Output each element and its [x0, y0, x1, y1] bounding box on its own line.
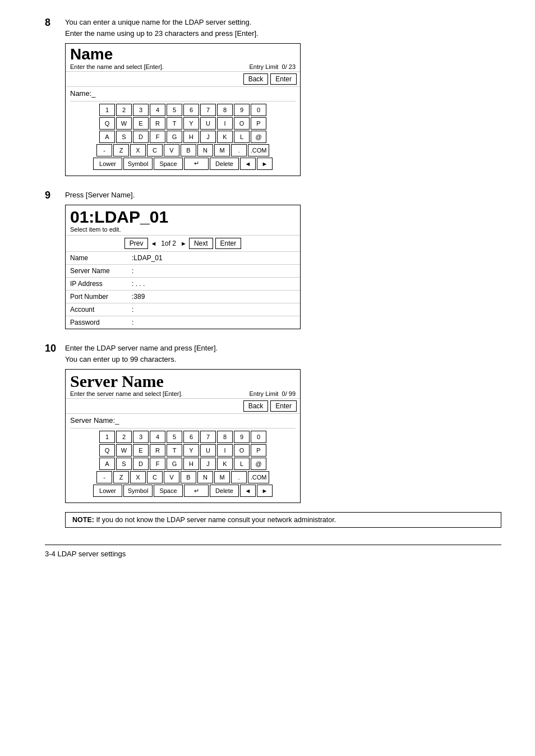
key10-6[interactable]: 6 — [183, 431, 199, 443]
key-dotcom[interactable]: .COM — [248, 144, 269, 156]
key10-space[interactable]: Space — [154, 485, 183, 497]
ldap-next-button[interactable]: Next — [189, 238, 213, 249]
name-panel-back-button[interactable]: Back — [243, 73, 269, 85]
key10-h[interactable]: H — [183, 458, 199, 470]
key10-k[interactable]: K — [217, 458, 233, 470]
key-0[interactable]: 0 — [251, 104, 266, 116]
key-z[interactable]: Z — [113, 144, 129, 156]
key-v[interactable]: V — [164, 144, 179, 156]
key-y[interactable]: Y — [183, 117, 199, 130]
key-b[interactable]: B — [181, 144, 196, 156]
key10-4[interactable]: 4 — [150, 431, 165, 443]
ldap-field-name[interactable]: Name :LDAP_01 — [66, 251, 300, 264]
key10-w[interactable]: W — [116, 444, 132, 457]
key-right[interactable]: ► — [257, 158, 273, 170]
ldap-enter-button[interactable]: Enter — [215, 238, 242, 249]
key10-7[interactable]: 7 — [200, 431, 216, 443]
key10-1[interactable]: 1 — [99, 431, 115, 443]
server-name-enter-button[interactable]: Enter — [270, 400, 297, 412]
key-8[interactable]: 8 — [217, 104, 233, 116]
key-g[interactable]: G — [167, 131, 182, 143]
key-3[interactable]: 3 — [133, 104, 149, 116]
key-7[interactable]: 7 — [200, 104, 216, 116]
key10-left[interactable]: ◄ — [240, 485, 256, 497]
key-at[interactable]: @ — [251, 131, 266, 143]
key-r[interactable]: R — [150, 117, 165, 130]
key-enter[interactable]: ↵ — [184, 158, 209, 170]
key10-symbol[interactable]: Symbol — [123, 485, 153, 497]
key-n[interactable]: N — [197, 144, 213, 156]
key10-g[interactable]: G — [167, 458, 182, 470]
key-2[interactable]: 2 — [116, 104, 132, 116]
key10-v[interactable]: V — [164, 471, 179, 483]
key10-t[interactable]: T — [167, 444, 182, 457]
key10-u[interactable]: U — [200, 444, 216, 457]
key-s[interactable]: S — [116, 131, 132, 143]
key-f[interactable]: F — [150, 131, 165, 143]
key10-n[interactable]: N — [197, 471, 213, 483]
key10-lower[interactable]: Lower — [93, 485, 122, 497]
key-lower[interactable]: Lower — [93, 158, 122, 170]
key10-0[interactable]: 0 — [251, 431, 266, 443]
key-delete[interactable]: Delete — [210, 158, 239, 170]
key-dash[interactable]: - — [96, 144, 112, 156]
key-4[interactable]: 4 — [150, 104, 165, 116]
key10-j[interactable]: J — [200, 458, 216, 470]
key10-8[interactable]: 8 — [217, 431, 233, 443]
key10-dotcom[interactable]: .COM — [248, 471, 269, 483]
key10-b[interactable]: B — [181, 471, 196, 483]
key10-z[interactable]: Z — [113, 471, 129, 483]
key10-c[interactable]: C — [147, 471, 163, 483]
key-d[interactable]: D — [133, 131, 149, 143]
ldap-prev-button[interactable]: Prev — [124, 238, 149, 249]
key-u[interactable]: U — [200, 117, 216, 130]
key-k[interactable]: K — [217, 131, 233, 143]
key10-p[interactable]: P — [251, 444, 266, 457]
key10-y[interactable]: Y — [183, 444, 199, 457]
key-m[interactable]: M — [214, 144, 230, 156]
name-panel-enter-button[interactable]: Enter — [270, 73, 297, 85]
key10-dash[interactable]: - — [96, 471, 112, 483]
ldap-field-password[interactable]: Password : — [66, 316, 300, 329]
key10-3[interactable]: 3 — [133, 431, 149, 443]
key-p[interactable]: P — [251, 117, 266, 130]
key10-i[interactable]: I — [217, 444, 233, 457]
key10-2[interactable]: 2 — [116, 431, 132, 443]
key-e[interactable]: E — [133, 117, 149, 130]
key10-m[interactable]: M — [214, 471, 230, 483]
key-o[interactable]: O — [234, 117, 250, 130]
key10-d[interactable]: D — [133, 458, 149, 470]
key-left[interactable]: ◄ — [240, 158, 256, 170]
key-x[interactable]: X — [130, 144, 146, 156]
key10-dot[interactable]: . — [231, 471, 247, 483]
key10-a[interactable]: A — [99, 458, 115, 470]
key10-r[interactable]: R — [150, 444, 165, 457]
key10-x[interactable]: X — [130, 471, 146, 483]
key10-s[interactable]: S — [116, 458, 132, 470]
key-i[interactable]: I — [217, 117, 233, 130]
key10-q[interactable]: Q — [99, 444, 115, 457]
key-1[interactable]: 1 — [99, 104, 115, 116]
key-l[interactable]: L — [234, 131, 250, 143]
key10-9[interactable]: 9 — [234, 431, 250, 443]
ldap-field-port[interactable]: Port Number :389 — [66, 290, 300, 303]
key-symbol[interactable]: Symbol — [123, 158, 153, 170]
key10-at[interactable]: @ — [251, 458, 266, 470]
key10-e[interactable]: E — [133, 444, 149, 457]
key-j[interactable]: J — [200, 131, 216, 143]
key10-o[interactable]: O — [234, 444, 250, 457]
key-h[interactable]: H — [183, 131, 199, 143]
key-dot[interactable]: . — [231, 144, 247, 156]
key-a[interactable]: A — [99, 131, 115, 143]
key10-enter[interactable]: ↵ — [184, 485, 209, 497]
key-5[interactable]: 5 — [167, 104, 182, 116]
server-name-back-button[interactable]: Back — [243, 400, 269, 412]
key-q[interactable]: Q — [99, 117, 115, 130]
key-c[interactable]: C — [147, 144, 163, 156]
ldap-field-ip[interactable]: IP Address : . . . — [66, 277, 300, 290]
key-t[interactable]: T — [167, 117, 182, 130]
key-space[interactable]: Space — [154, 158, 183, 170]
ldap-field-account[interactable]: Account : — [66, 303, 300, 316]
key10-right[interactable]: ► — [257, 485, 273, 497]
key10-delete[interactable]: Delete — [210, 485, 239, 497]
